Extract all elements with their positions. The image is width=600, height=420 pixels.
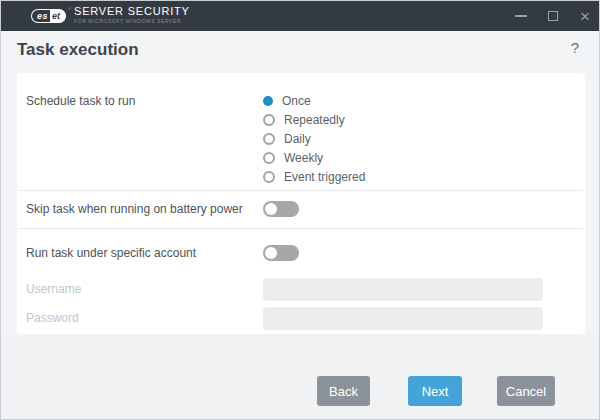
window-controls: × (505, 1, 600, 31)
schedule-label: Schedule task to run (26, 94, 135, 108)
username-input[interactable] (263, 278, 543, 301)
skip-battery-toggle[interactable] (263, 201, 299, 217)
eset-task-execution-window: es et ® SERVER SECURITY FOR MICROSOFT WI… (0, 0, 600, 420)
toggle-knob-icon (265, 203, 277, 215)
radio-icon[interactable] (263, 133, 275, 145)
radio-label: Once (282, 94, 311, 108)
page-title: Task execution (17, 40, 139, 60)
radio-icon[interactable] (263, 114, 275, 126)
radio-option-daily[interactable]: Daily (263, 131, 311, 147)
radio-label: Repeatedly (284, 113, 345, 127)
minimize-button[interactable] (505, 1, 537, 31)
radio-icon[interactable] (263, 96, 273, 106)
username-label: Username (26, 282, 81, 296)
password-input[interactable] (263, 307, 543, 330)
specific-account-label: Run task under specific account (26, 246, 196, 260)
radio-option-repeatedly[interactable]: Repeatedly (263, 112, 345, 128)
next-button[interactable]: Next (408, 376, 462, 406)
minimize-icon (515, 15, 527, 17)
password-label: Password (26, 311, 79, 325)
toggle-knob-icon (265, 247, 277, 259)
radio-icon[interactable] (263, 152, 275, 164)
radio-option-event-triggered[interactable]: Event triggered (263, 169, 365, 185)
eset-logo: es et (31, 9, 66, 23)
section-divider (19, 228, 583, 229)
product-subtitle: FOR MICROSOFT WINDOWS SERVER (74, 18, 190, 25)
section-divider (19, 190, 583, 191)
close-icon: × (580, 8, 590, 25)
back-button[interactable]: Back (317, 376, 370, 406)
titlebar: es et ® SERVER SECURITY FOR MICROSOFT WI… (1, 1, 600, 31)
page-header: Task execution ? (1, 31, 600, 73)
product-name: SERVER SECURITY (74, 5, 190, 18)
help-icon[interactable]: ? (571, 39, 579, 56)
footer: Back Next Cancel (1, 334, 600, 420)
product-title-block: SERVER SECURITY FOR MICROSOFT WINDOWS SE… (74, 5, 190, 25)
skip-battery-label: Skip task when running on battery power (26, 202, 243, 216)
maximize-button[interactable] (537, 1, 569, 31)
content-panel: Schedule task to run Once Repeatedly Dai… (17, 73, 585, 334)
registered-mark: ® (68, 6, 71, 11)
radio-label: Weekly (284, 151, 323, 165)
radio-label: Event triggered (284, 170, 365, 184)
radio-icon[interactable] (263, 171, 275, 183)
radio-option-weekly[interactable]: Weekly (263, 150, 323, 166)
eset-logo-left: es (31, 9, 50, 23)
close-button[interactable]: × (569, 1, 600, 31)
radio-label: Daily (284, 132, 311, 146)
maximize-icon (548, 11, 558, 21)
radio-option-once[interactable]: Once (263, 93, 311, 109)
cancel-button[interactable]: Cancel (497, 376, 555, 406)
specific-account-toggle[interactable] (263, 245, 299, 261)
eset-logo-right: et (50, 9, 66, 23)
